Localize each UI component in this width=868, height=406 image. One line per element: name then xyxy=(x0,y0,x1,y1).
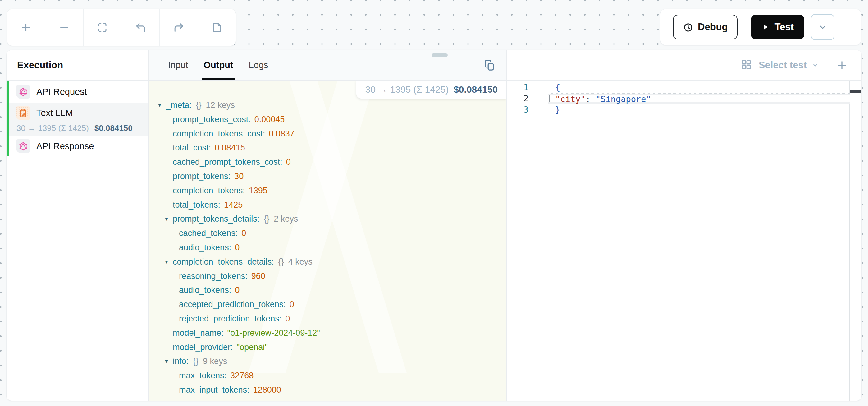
json-key: total_cost: xyxy=(173,143,211,152)
json-key: total_tokens: xyxy=(173,200,220,209)
execution-step-list: API Request Text LLM 30 → 1395 (Σ 1425) … xyxy=(6,81,149,156)
token-cost-badge: 30 → 1395 (Σ 1425) $0.084150 xyxy=(356,81,506,98)
execution-panel: Execution API Request Text LLM 30 → 1395… xyxy=(6,50,862,401)
select-test-dropdown[interactable]: Select test xyxy=(758,60,819,71)
json-key: audio_tokens: xyxy=(179,285,231,295)
json-value: 128000 xyxy=(253,385,281,395)
step-usage: 30 → 1395 (Σ 1425) $0.084150 xyxy=(6,123,149,133)
json-value: 1425 xyxy=(224,200,243,209)
tab-output[interactable]: Output xyxy=(202,50,235,80)
collapse-arrow-icon[interactable]: ▼ xyxy=(164,212,173,226)
json-value: 0 xyxy=(241,229,246,238)
json-tree-row: prompt_tokens:30 xyxy=(149,169,506,184)
json-value: 0 xyxy=(235,243,240,252)
redo-icon xyxy=(173,22,185,33)
json-key: cached_tokens: xyxy=(179,229,238,238)
json-tree-row: ▼_meta:{}12 keys xyxy=(149,98,506,113)
editor-line-1[interactable]: 1{ xyxy=(507,82,862,93)
json-tree-row: reasoning_tokens:960 xyxy=(149,269,506,284)
zoom-in-button[interactable] xyxy=(7,9,45,46)
json-key: max_input_tokens: xyxy=(179,385,249,395)
step-label: API Request xyxy=(36,87,87,97)
json-value: 0.0837 xyxy=(269,129,294,138)
braces-icon: {} xyxy=(193,356,198,366)
canvas-toolbar xyxy=(7,9,236,46)
debug-button[interactable]: Debug xyxy=(673,14,738,39)
execution-step-api-request[interactable]: API Request xyxy=(6,81,149,103)
collapse-arrow-icon[interactable]: ▼ xyxy=(164,255,173,269)
json-key: completion_tokens_cost: xyxy=(173,129,265,138)
step-cost: $0.084150 xyxy=(94,123,133,133)
cost-value: $0.084150 xyxy=(454,84,498,95)
json-tree-row: max_tokens:32768 xyxy=(149,369,506,383)
json-value: "o1-preview-2024-09-12" xyxy=(227,328,320,338)
key-count: 9 keys xyxy=(203,356,227,366)
editor-line-3[interactable]: 3} xyxy=(507,104,862,115)
json-value: 32768 xyxy=(230,371,253,380)
json-key: max_output_tokens: xyxy=(179,400,254,401)
add-test-button[interactable] xyxy=(835,58,849,72)
add-note-button[interactable] xyxy=(197,9,236,46)
braces-icon: {} xyxy=(196,100,202,110)
execution-success-bar xyxy=(6,81,9,156)
json-tree-row: max_output_tokens:32768 xyxy=(149,397,506,401)
json-key: _meta: xyxy=(166,100,192,110)
tab-input[interactable]: Input xyxy=(166,50,190,80)
step-token-count: 30 → 1395 (Σ 1425) xyxy=(17,123,89,133)
json-key: info: xyxy=(173,356,189,366)
collapse-arrow-icon[interactable]: ▼ xyxy=(164,354,173,369)
code-token: { xyxy=(555,82,560,92)
app-root: { "toolbar": { "buttons": ["zoom-in", "z… xyxy=(0,0,868,406)
timer-icon xyxy=(683,22,693,32)
plus-icon xyxy=(20,22,32,33)
key-count: 4 keys xyxy=(288,257,313,266)
undo-button[interactable] xyxy=(121,9,159,46)
collapse-arrow-icon[interactable]: ▼ xyxy=(157,98,166,113)
execution-step-text-llm[interactable]: Text LLM 30 → 1395 (Σ 1425) $0.084150 xyxy=(6,103,149,136)
json-key: completion_tokens: xyxy=(173,186,245,195)
json-key: prompt_tokens: xyxy=(173,172,230,181)
debug-label: Debug xyxy=(698,22,727,33)
node-io-panel: InputOutputLogs 30 → 1395 (Σ 1425) $0.08… xyxy=(149,50,507,401)
select-test-label: Select test xyxy=(758,60,807,71)
json-key: prompt_tokens_details: xyxy=(173,214,259,224)
json-tree-row: completion_tokens_cost:0.0837 xyxy=(149,127,506,141)
panel-resize-handle[interactable] xyxy=(432,54,448,57)
braces-icon: {} xyxy=(264,214,269,224)
clipboard-pen-icon-box xyxy=(16,106,30,120)
line-number: 3 xyxy=(507,104,528,115)
key-count: 12 keys xyxy=(206,100,235,110)
json-key: reasoning_tokens: xyxy=(179,271,248,281)
json-key: audio_tokens: xyxy=(179,243,231,252)
json-tree-row: rejected_prediction_tokens:0 xyxy=(149,312,506,326)
copy-icon xyxy=(484,59,496,71)
code-token: "city" xyxy=(555,94,586,104)
chevron-down-icon xyxy=(818,22,827,32)
code-token: } xyxy=(555,105,560,114)
test-options-button[interactable] xyxy=(811,14,834,40)
run-actions-bar: Debug Test xyxy=(660,9,861,46)
tab-logs[interactable]: Logs xyxy=(247,50,270,80)
clipboard-pen-icon xyxy=(18,108,28,118)
test-header: Select test xyxy=(507,50,862,81)
test-json-editor[interactable]: 1{2"city": "Singapore"3} xyxy=(507,81,862,401)
zoom-out-button[interactable] xyxy=(45,9,83,46)
redo-button[interactable] xyxy=(159,9,197,46)
json-tree: ▼_meta:{}12 keysprompt_tokens_cost:0.000… xyxy=(149,81,506,401)
token-count: 30 → 1395 (Σ 1425) xyxy=(365,84,448,95)
test-grid-icon xyxy=(741,59,752,71)
json-tree-row: accepted_prediction_tokens:0 xyxy=(149,297,506,312)
code-token: : xyxy=(586,94,596,104)
editor-line-2[interactable]: 2"city": "Singapore" xyxy=(507,93,862,104)
test-button[interactable]: Test xyxy=(751,14,804,39)
json-key: cached_prompt_tokens_cost: xyxy=(173,157,282,167)
json-tree-row: total_cost:0.08415 xyxy=(149,141,506,155)
fit-view-button[interactable] xyxy=(83,9,121,46)
output-json-view[interactable]: 30 → 1395 (Σ 1425) $0.084150 ▼_meta:{}12… xyxy=(149,81,506,401)
line-number: 1 xyxy=(507,82,528,93)
copy-output-button[interactable] xyxy=(483,58,496,72)
minus-icon xyxy=(58,22,70,33)
json-key: max_tokens: xyxy=(179,371,226,380)
execution-step-api-response[interactable]: API Response xyxy=(6,136,149,156)
execution-title: Execution xyxy=(6,50,149,81)
